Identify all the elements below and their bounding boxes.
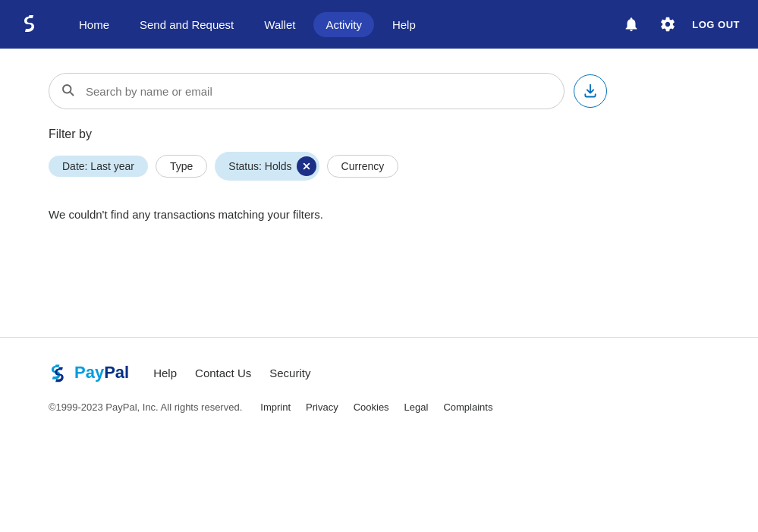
- footer-legal-complaints[interactable]: Complaints: [443, 401, 492, 413]
- footer-legal-privacy[interactable]: Privacy: [306, 401, 338, 413]
- logout-button[interactable]: LOG OUT: [692, 19, 740, 30]
- nav-send-request[interactable]: Send and Request: [127, 12, 246, 37]
- filter-chip-status[interactable]: Status: Holds: [215, 152, 319, 181]
- filter-chip-currency[interactable]: Currency: [327, 155, 399, 178]
- nav-activity[interactable]: Activity: [313, 12, 374, 37]
- search-input[interactable]: [49, 73, 565, 109]
- filter-chips: Date: Last year Type Status: Holds Curre…: [49, 152, 709, 181]
- filter-chip-status-label: Status: Holds: [228, 160, 291, 172]
- footer-nav-links: Help Contact Us Security: [153, 367, 310, 379]
- footer: PayPal Help Contact Us Security ©1999-20…: [0, 338, 758, 431]
- footer-top: PayPal Help Contact Us Security: [49, 362, 709, 383]
- nav-home[interactable]: Home: [67, 12, 121, 37]
- svg-line-1: [70, 92, 73, 95]
- search-icon: [61, 83, 74, 99]
- footer-link-help[interactable]: Help: [153, 367, 177, 379]
- footer-legal-cookies[interactable]: Cookies: [354, 401, 389, 413]
- footer-legal-links: Imprint Privacy Cookies Legal Complaints: [260, 401, 492, 413]
- navbar-right: LOG OUT: [619, 12, 740, 36]
- footer-logo-text: PayPal: [74, 363, 129, 382]
- footer-link-security[interactable]: Security: [269, 367, 310, 379]
- search-row: [49, 73, 709, 109]
- navbar: Home Send and Request Wallet Activity He…: [0, 0, 758, 49]
- navbar-logo: [18, 12, 42, 36]
- download-button[interactable]: [574, 74, 607, 108]
- filter-chip-date[interactable]: Date: Last year: [49, 156, 148, 177]
- settings-button[interactable]: [656, 12, 680, 36]
- nav-help[interactable]: Help: [380, 12, 428, 37]
- filter-label: Filter by: [49, 127, 709, 141]
- remove-status-filter-button[interactable]: [297, 156, 316, 176]
- footer-logo: PayPal: [49, 362, 129, 383]
- footer-copyright: ©1999-2023 PayPal, Inc. All rights reser…: [49, 401, 242, 413]
- search-container: [49, 73, 565, 109]
- main-content: Filter by Date: Last year Type Status: H…: [0, 49, 758, 337]
- footer-legal-imprint[interactable]: Imprint: [260, 401, 291, 413]
- filter-chip-type[interactable]: Type: [156, 155, 207, 178]
- notification-button[interactable]: [619, 12, 643, 36]
- footer-legal-legal[interactable]: Legal: [404, 401, 429, 413]
- footer-bottom: ©1999-2023 PayPal, Inc. All rights reser…: [49, 401, 709, 413]
- footer-link-contact-us[interactable]: Contact Us: [195, 367, 251, 379]
- nav-wallet[interactable]: Wallet: [252, 12, 307, 37]
- navbar-links: Home Send and Request Wallet Activity He…: [67, 12, 619, 37]
- no-results-message: We couldn't find any transactions matchi…: [49, 208, 709, 221]
